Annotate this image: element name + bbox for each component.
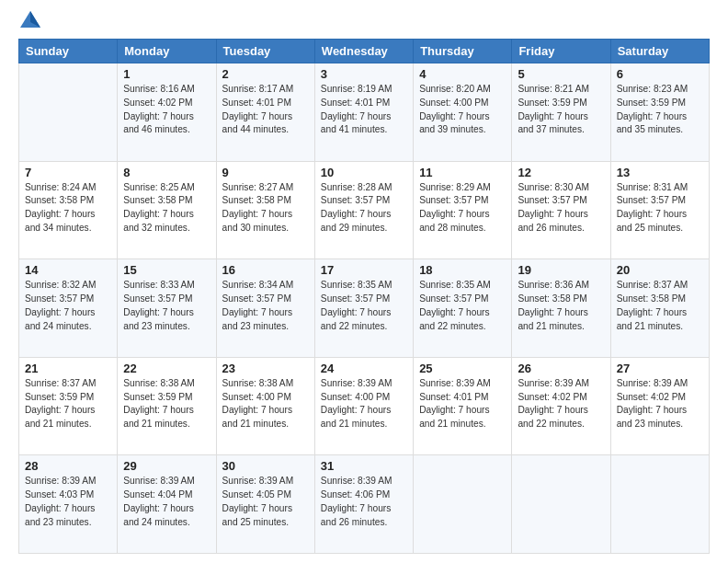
day-number: 9 <box>222 166 309 179</box>
day-cell: 15Sunrise: 8:33 AM Sunset: 3:57 PM Dayli… <box>118 259 216 358</box>
day-number: 10 <box>321 166 407 179</box>
week-row-5: 28Sunrise: 8:39 AM Sunset: 4:03 PM Dayli… <box>19 455 710 554</box>
day-cell <box>19 63 118 162</box>
day-number: 1 <box>123 67 210 81</box>
day-cell: 21Sunrise: 8:37 AM Sunset: 3:59 PM Dayli… <box>19 357 118 455</box>
day-cell <box>610 455 709 554</box>
day-info: Sunrise: 8:29 AM Sunset: 3:57 PM Dayligh… <box>419 181 506 236</box>
day-number: 21 <box>25 362 111 375</box>
day-cell: 4Sunrise: 8:20 AM Sunset: 4:00 PM Daylig… <box>414 63 512 162</box>
day-cell: 30Sunrise: 8:39 AM Sunset: 4:05 PM Dayli… <box>216 455 314 554</box>
day-number: 31 <box>321 459 407 473</box>
week-row-3: 14Sunrise: 8:32 AM Sunset: 3:57 PM Dayli… <box>19 259 710 358</box>
day-number: 2 <box>222 67 309 81</box>
week-row-2: 7Sunrise: 8:24 AM Sunset: 3:58 PM Daylig… <box>19 161 710 259</box>
logo-icon <box>20 9 40 29</box>
day-header-friday: Friday <box>512 40 610 63</box>
day-number: 27 <box>617 362 703 375</box>
day-info: Sunrise: 8:38 AM Sunset: 4:00 PM Dayligh… <box>222 377 309 431</box>
day-cell: 3Sunrise: 8:19 AM Sunset: 4:01 PM Daylig… <box>314 63 413 162</box>
day-number: 30 <box>222 459 309 473</box>
day-info: Sunrise: 8:23 AM Sunset: 3:59 PM Dayligh… <box>617 83 703 137</box>
day-number: 8 <box>123 166 210 179</box>
day-number: 20 <box>617 263 703 277</box>
day-cell: 25Sunrise: 8:39 AM Sunset: 4:01 PM Dayli… <box>414 357 512 455</box>
day-cell: 19Sunrise: 8:36 AM Sunset: 3:58 PM Dayli… <box>512 259 610 358</box>
day-info: Sunrise: 8:17 AM Sunset: 4:01 PM Dayligh… <box>222 83 309 137</box>
day-number: 17 <box>321 263 407 277</box>
day-cell <box>512 455 610 554</box>
day-cell: 7Sunrise: 8:24 AM Sunset: 3:58 PM Daylig… <box>19 161 118 259</box>
day-cell: 18Sunrise: 8:35 AM Sunset: 3:57 PM Dayli… <box>414 259 512 358</box>
day-cell: 23Sunrise: 8:38 AM Sunset: 4:00 PM Dayli… <box>216 357 314 455</box>
week-row-4: 21Sunrise: 8:37 AM Sunset: 3:59 PM Dayli… <box>19 357 710 455</box>
day-cell: 22Sunrise: 8:38 AM Sunset: 3:59 PM Dayli… <box>118 357 216 455</box>
day-number: 25 <box>419 362 506 375</box>
day-header-thursday: Thursday <box>414 40 512 63</box>
day-info: Sunrise: 8:39 AM Sunset: 4:03 PM Dayligh… <box>25 475 111 529</box>
day-cell: 26Sunrise: 8:39 AM Sunset: 4:02 PM Dayli… <box>512 357 610 455</box>
day-number: 28 <box>25 459 111 473</box>
day-info: Sunrise: 8:25 AM Sunset: 3:58 PM Dayligh… <box>123 181 210 236</box>
day-info: Sunrise: 8:21 AM Sunset: 3:59 PM Dayligh… <box>518 83 604 137</box>
day-info: Sunrise: 8:39 AM Sunset: 4:02 PM Dayligh… <box>617 377 703 431</box>
day-info: Sunrise: 8:27 AM Sunset: 3:58 PM Dayligh… <box>222 181 309 236</box>
day-info: Sunrise: 8:33 AM Sunset: 3:57 PM Dayligh… <box>123 279 210 333</box>
day-number: 12 <box>518 166 604 179</box>
day-info: Sunrise: 8:39 AM Sunset: 4:04 PM Dayligh… <box>123 475 210 529</box>
day-header-wednesday: Wednesday <box>314 40 413 63</box>
day-number: 3 <box>321 67 407 81</box>
day-cell: 11Sunrise: 8:29 AM Sunset: 3:57 PM Dayli… <box>414 161 512 259</box>
day-cell: 2Sunrise: 8:17 AM Sunset: 4:01 PM Daylig… <box>216 63 314 162</box>
day-info: Sunrise: 8:35 AM Sunset: 3:57 PM Dayligh… <box>419 279 506 333</box>
day-cell: 8Sunrise: 8:25 AM Sunset: 3:58 PM Daylig… <box>118 161 216 259</box>
day-number: 18 <box>419 263 506 277</box>
day-info: Sunrise: 8:39 AM Sunset: 4:00 PM Dayligh… <box>321 377 407 431</box>
day-info: Sunrise: 8:32 AM Sunset: 3:57 PM Dayligh… <box>25 279 111 333</box>
day-number: 6 <box>617 67 703 81</box>
day-info: Sunrise: 8:19 AM Sunset: 4:01 PM Dayligh… <box>321 83 407 137</box>
day-info: Sunrise: 8:39 AM Sunset: 4:05 PM Dayligh… <box>222 475 309 529</box>
day-info: Sunrise: 8:24 AM Sunset: 3:58 PM Dayligh… <box>25 181 111 236</box>
day-info: Sunrise: 8:39 AM Sunset: 4:01 PM Dayligh… <box>419 377 506 431</box>
day-info: Sunrise: 8:35 AM Sunset: 3:57 PM Dayligh… <box>321 279 407 333</box>
day-cell: 9Sunrise: 8:27 AM Sunset: 3:58 PM Daylig… <box>216 161 314 259</box>
header <box>18 17 710 29</box>
day-header-saturday: Saturday <box>610 40 709 63</box>
day-header-monday: Monday <box>118 40 216 63</box>
day-cell: 16Sunrise: 8:34 AM Sunset: 3:57 PM Dayli… <box>216 259 314 358</box>
day-cell <box>414 455 512 554</box>
day-cell: 5Sunrise: 8:21 AM Sunset: 3:59 PM Daylig… <box>512 63 610 162</box>
day-cell: 12Sunrise: 8:30 AM Sunset: 3:57 PM Dayli… <box>512 161 610 259</box>
day-info: Sunrise: 8:31 AM Sunset: 3:57 PM Dayligh… <box>617 181 703 236</box>
day-info: Sunrise: 8:39 AM Sunset: 4:02 PM Dayligh… <box>518 377 604 431</box>
calendar-page: SundayMondayTuesdayWednesdayThursdayFrid… <box>0 0 728 563</box>
day-cell: 10Sunrise: 8:28 AM Sunset: 3:57 PM Dayli… <box>314 161 413 259</box>
day-number: 23 <box>222 362 309 375</box>
day-cell: 17Sunrise: 8:35 AM Sunset: 3:57 PM Dayli… <box>314 259 413 358</box>
day-cell: 14Sunrise: 8:32 AM Sunset: 3:57 PM Dayli… <box>19 259 118 358</box>
day-info: Sunrise: 8:28 AM Sunset: 3:57 PM Dayligh… <box>321 181 407 236</box>
day-header-sunday: Sunday <box>19 40 118 63</box>
day-number: 16 <box>222 263 309 277</box>
day-cell: 20Sunrise: 8:37 AM Sunset: 3:58 PM Dayli… <box>610 259 709 358</box>
day-number: 19 <box>518 263 604 277</box>
day-cell: 6Sunrise: 8:23 AM Sunset: 3:59 PM Daylig… <box>610 63 709 162</box>
day-cell: 13Sunrise: 8:31 AM Sunset: 3:57 PM Dayli… <box>610 161 709 259</box>
day-cell: 24Sunrise: 8:39 AM Sunset: 4:00 PM Dayli… <box>314 357 413 455</box>
day-info: Sunrise: 8:20 AM Sunset: 4:00 PM Dayligh… <box>419 83 506 137</box>
day-number: 7 <box>25 166 111 179</box>
day-number: 11 <box>419 166 506 179</box>
day-number: 13 <box>617 166 703 179</box>
header-row: SundayMondayTuesdayWednesdayThursdayFrid… <box>19 40 710 63</box>
day-number: 4 <box>419 67 506 81</box>
day-cell: 27Sunrise: 8:39 AM Sunset: 4:02 PM Dayli… <box>610 357 709 455</box>
day-number: 5 <box>518 67 604 81</box>
day-number: 22 <box>123 362 210 375</box>
day-info: Sunrise: 8:30 AM Sunset: 3:57 PM Dayligh… <box>518 181 604 236</box>
day-number: 24 <box>321 362 407 375</box>
day-info: Sunrise: 8:37 AM Sunset: 3:59 PM Dayligh… <box>25 377 111 431</box>
day-info: Sunrise: 8:37 AM Sunset: 3:58 PM Dayligh… <box>617 279 703 333</box>
day-cell: 28Sunrise: 8:39 AM Sunset: 4:03 PM Dayli… <box>19 455 118 554</box>
day-number: 14 <box>25 263 111 277</box>
